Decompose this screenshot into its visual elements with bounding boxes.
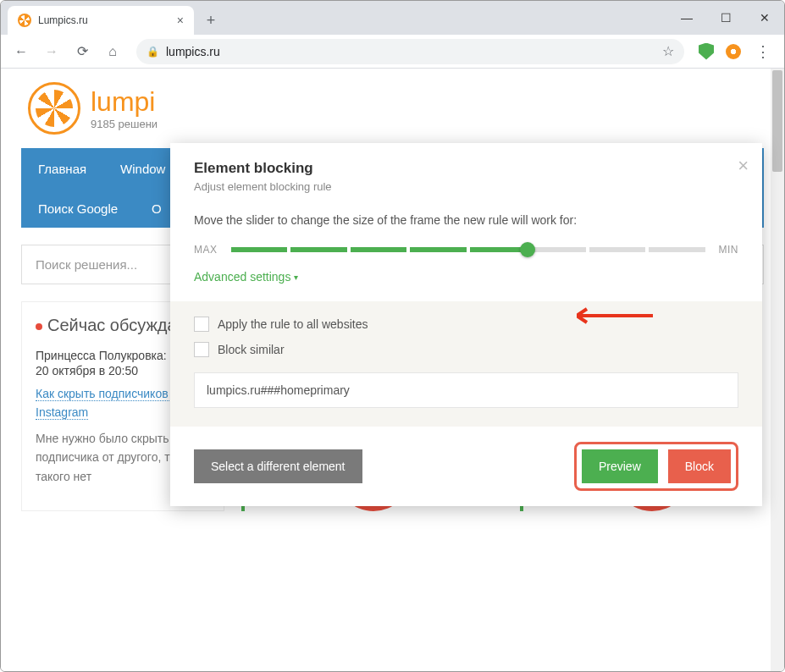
- browser-toolbar: ← → ⟳ ⌂ 🔒 lumpics.ru ☆ ⋮: [1, 35, 784, 69]
- slider-min-label: MIN: [719, 244, 739, 256]
- site-subtitle: 9185 решени: [91, 118, 158, 130]
- new-tab-button[interactable]: +: [199, 8, 223, 32]
- element-blocking-dialog: Element blocking Adjust element blocking…: [170, 143, 762, 506]
- home-button[interactable]: ⌂: [99, 38, 126, 65]
- dialog-instruction: Move the slider to change the size of th…: [194, 213, 738, 227]
- action-buttons-highlight: Preview Block: [574, 442, 738, 491]
- slider-thumb[interactable]: [520, 242, 535, 257]
- block-button[interactable]: Block: [668, 449, 731, 483]
- frame-size-slider[interactable]: [231, 247, 705, 252]
- nav-item-search[interactable]: Поиск Google: [21, 190, 135, 228]
- minimize-button[interactable]: —: [667, 1, 706, 35]
- rule-input[interactable]: [194, 372, 738, 408]
- dialog-footer: Select a different element Preview Block: [170, 427, 762, 506]
- checkbox-label: Apply the rule to all websites: [218, 317, 368, 331]
- reload-button[interactable]: ⟳: [69, 38, 96, 65]
- checkbox[interactable]: [194, 317, 209, 332]
- preview-button[interactable]: Preview: [582, 449, 658, 483]
- dialog-title: Element blocking: [194, 160, 738, 177]
- close-window-button[interactable]: ✕: [745, 1, 784, 35]
- window-titlebar: Lumpics.ru × + — ☐ ✕: [1, 1, 784, 35]
- adguard-extension-icon[interactable]: [694, 40, 718, 63]
- advanced-settings-toggle[interactable]: Advanced settings▾: [194, 270, 298, 284]
- slider-max-label: MAX: [194, 244, 218, 256]
- close-tab-icon[interactable]: ×: [177, 14, 184, 27]
- advanced-settings-panel: Apply the rule to all websites Block sim…: [170, 301, 762, 427]
- dialog-subtitle: Adjust element blocking rule: [194, 180, 738, 193]
- lock-icon: 🔒: [146, 46, 159, 58]
- scrollbar[interactable]: [771, 69, 784, 672]
- bookmark-star-icon[interactable]: ☆: [662, 43, 674, 59]
- search-placeholder: Поиск решения...: [36, 257, 137, 272]
- block-similar-checkbox-row[interactable]: Block similar: [194, 342, 738, 357]
- scroll-thumb[interactable]: [772, 70, 782, 172]
- address-bar[interactable]: 🔒 lumpics.ru ☆: [136, 39, 684, 64]
- nav-item-home[interactable]: Главная: [21, 148, 103, 190]
- dialog-header: Element blocking Adjust element blocking…: [170, 143, 762, 207]
- window-controls: — ☐ ✕: [667, 1, 784, 35]
- maximize-button[interactable]: ☐: [706, 1, 745, 35]
- extension-icon[interactable]: [721, 40, 745, 63]
- site-header: lumpi 9185 решени: [1, 69, 784, 141]
- slider-row: MAX MIN: [194, 244, 738, 256]
- browser-tab[interactable]: Lumpics.ru ×: [8, 6, 194, 35]
- forward-button[interactable]: →: [38, 38, 65, 65]
- select-different-button[interactable]: Select a different element: [194, 449, 362, 483]
- site-logo-icon[interactable]: [28, 82, 80, 135]
- back-button[interactable]: ←: [8, 38, 35, 65]
- checkbox[interactable]: [194, 342, 209, 357]
- favicon-icon: [18, 14, 31, 27]
- checkbox-label: Block similar: [218, 343, 285, 356]
- browser-menu-icon[interactable]: ⋮: [749, 42, 777, 61]
- dialog-close-icon[interactable]: ×: [738, 155, 749, 177]
- tab-title: Lumpics.ru: [38, 14, 170, 26]
- live-dot-icon: [36, 323, 42, 330]
- comment-link[interactable]: Как скрыть подписчиков в Instagram: [36, 387, 178, 420]
- chevron-down-icon: ▾: [294, 273, 298, 282]
- annotation-arrow-icon: [577, 306, 653, 329]
- url-text: lumpics.ru: [166, 45, 655, 58]
- site-name: lumpi: [91, 86, 158, 118]
- page-viewport: lumpi 9185 решени Главная Window Поиск G…: [1, 69, 784, 672]
- apply-all-checkbox-row[interactable]: Apply the rule to all websites: [194, 317, 738, 332]
- dialog-body: Move the slider to change the size of th…: [170, 207, 762, 301]
